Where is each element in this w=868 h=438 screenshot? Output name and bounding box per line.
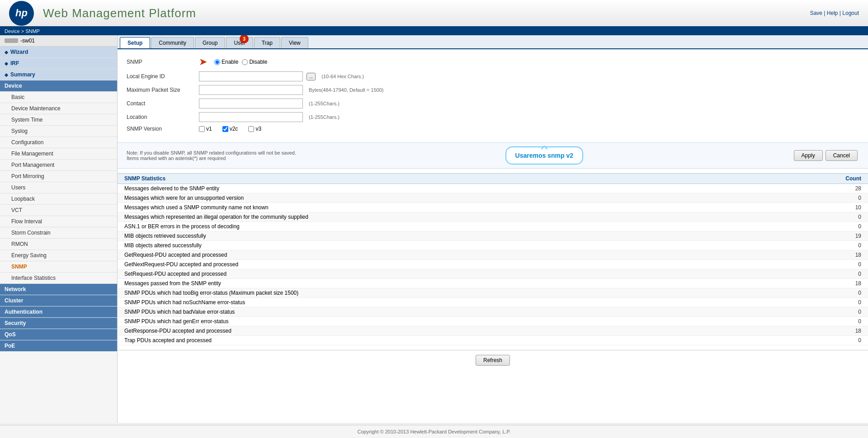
max-packet-hint: Bytes(484-17940, Default = 1500) [309, 87, 383, 93]
table-row: GetNextRequest-PDU accepted and processe… [118, 260, 868, 269]
footer: Copyright © 2010-2013 Hewlett-Packard De… [0, 425, 868, 438]
stats-count: 18 [839, 280, 861, 287]
stats-count-label: Count [845, 175, 861, 182]
v1-checkbox[interactable] [199, 126, 205, 132]
sidebar-item-rmon[interactable]: RMON [0, 239, 117, 250]
stats-desc: SNMP PDUs which had noSuchName error-sta… [124, 299, 245, 306]
sidebar-item-irf[interactable]: IRF [0, 58, 117, 69]
stats-desc: MIB objects altered successfully [124, 242, 202, 249]
sidebar-item-loopback[interactable]: Loopback [0, 193, 117, 205]
enable-radio[interactable] [214, 59, 220, 65]
tab-view[interactable]: View [281, 37, 308, 48]
sidebar-item-port-mirroring[interactable]: Port Mirroring [0, 171, 117, 182]
sidebar-item-syslog[interactable]: Syslog [0, 126, 117, 137]
sidebar-item-storm-constrain[interactable]: Storm Constrain [0, 227, 117, 239]
header: hp Web Management Platform Save | Help |… [0, 0, 868, 27]
v3-label[interactable]: v3 [248, 126, 261, 132]
logout-link[interactable]: Logout [842, 10, 859, 16]
v2c-checkbox[interactable] [222, 126, 228, 132]
location-control: IDC (1-255Chars.) [199, 112, 340, 122]
table-row: SNMP PDUs which had badValue error-statu… [118, 307, 868, 317]
table-row: GetRequest-PDU accepted and processed18 [118, 250, 868, 260]
v2c-label[interactable]: v2c [222, 126, 238, 132]
sidebar-item-authentication[interactable]: Authentication [0, 306, 117, 318]
sidebar-item-poe[interactable]: PoE [0, 340, 117, 352]
save-link[interactable]: Save [810, 10, 822, 16]
disable-radio[interactable] [242, 59, 248, 65]
table-row: Trap PDUs accepted and processed0 [118, 336, 868, 345]
engine-id-label: Local Engine ID [127, 73, 199, 80]
location-input[interactable]: IDC [199, 112, 303, 122]
stats-desc: GetResponse-PDU accepted and processed [124, 328, 231, 334]
sidebar-item-device[interactable]: Device [0, 80, 117, 92]
sidebar-item-basic[interactable]: Basic [0, 92, 117, 103]
stats-desc: Messages delivered to the SNMP entity [124, 185, 219, 192]
sidebar-item-security[interactable]: Security [0, 318, 117, 329]
sidebar-item-vct[interactable]: VCT [0, 205, 117, 216]
sidebar-item-file-management[interactable]: File Management [0, 148, 117, 160]
sidebar-item-network[interactable]: Network [0, 284, 117, 295]
location-label: Location [127, 114, 199, 120]
stats-desc: Messages which represented an illegal op… [124, 214, 308, 220]
stats-desc: ASN.1 or BER errors in the process of de… [124, 223, 240, 230]
sidebar-item-qos[interactable]: QoS [0, 329, 117, 340]
note-line1: Note: If you disable SNMP, all SNMP rela… [127, 150, 296, 155]
tab-setup[interactable]: Setup [120, 37, 150, 48]
table-row: SNMP PDUs which had noSuchName error-sta… [118, 298, 868, 307]
sidebar-item-snmp[interactable]: SNMP [0, 261, 117, 273]
engine-id-row: Local Engine ID 800063A203D07E28D13A97 .… [127, 71, 859, 81]
table-row: Messages which represented an illegal op… [118, 212, 868, 222]
apply-button[interactable]: Apply [794, 150, 823, 161]
content-area: 3 Setup Community Group User Trap View S… [118, 35, 868, 423]
tab-community[interactable]: Community [151, 37, 194, 48]
contact-label: Contact [127, 100, 199, 107]
stats-desc: GetNextRequest-PDU accepted and processe… [124, 261, 238, 268]
v1-label[interactable]: v1 [199, 126, 212, 132]
tab-trap[interactable]: Trap [254, 37, 280, 48]
sidebar-item-interface-statistics[interactable]: Interface Statistics [0, 273, 117, 284]
refresh-button[interactable]: Refresh [476, 355, 510, 366]
stats-desc: MIB objects retrieved successfully [124, 233, 206, 239]
v3-checkbox[interactable] [248, 126, 254, 132]
enable-label[interactable]: Enable [214, 59, 238, 65]
version-label: SNMP Version [127, 126, 199, 132]
sidebar-item-configuration[interactable]: Configuration [0, 137, 117, 148]
stats-count: 28 [839, 185, 861, 192]
engine-id-button[interactable]: ... [307, 73, 316, 80]
engine-id-input[interactable]: 800063A203D07E28D13A97 [199, 71, 303, 81]
sidebar-item-port-management[interactable]: Port Management [0, 160, 117, 171]
speech-bubble-text: Usaremos snmp v2 [515, 152, 573, 159]
stats-count: 0 [839, 242, 861, 249]
sidebar-item-energy-saving[interactable]: Energy Saving [0, 250, 117, 261]
contact-row: Contact (1-255Chars.) [127, 99, 859, 108]
engine-id-control: 800063A203D07E28D13A97 ... (10-64 Hex Ch… [199, 71, 364, 81]
sidebar-item-users[interactable]: Users [0, 182, 117, 193]
cancel-button[interactable]: Cancel [826, 150, 858, 161]
note-section: Note: If you disable SNMP, all SNMP rela… [118, 142, 868, 169]
table-row: SNMP PDUs which had genErr error-status0 [118, 317, 868, 326]
sidebar-item-device-maintenance[interactable]: Device Maintenance [0, 103, 117, 114]
sidebar-item-wizard[interactable]: Wizard [0, 47, 117, 58]
sidebar-item-cluster[interactable]: Cluster [0, 295, 117, 306]
sidebar-item-system-time[interactable]: System Time [0, 114, 117, 126]
sidebar-item-summary[interactable]: Summary [0, 69, 117, 80]
contact-input[interactable] [199, 99, 303, 108]
help-link[interactable]: Help [827, 10, 838, 16]
stats-header: SNMP Statistics Count [118, 173, 868, 184]
table-row: SetRequest-PDU accepted and processed0 [118, 269, 868, 279]
stats-count: 0 [839, 195, 861, 201]
stats-count: 0 [839, 309, 861, 315]
sidebar-item-flow-interval[interactable]: Flow Interval [0, 216, 117, 227]
stats-count: 0 [839, 299, 861, 306]
breadcrumb: Device > SNMP [5, 28, 40, 34]
disable-label[interactable]: Disable [242, 59, 267, 65]
max-packet-input[interactable]: 1500 [199, 85, 303, 95]
stats-count: 18 [839, 252, 861, 258]
tab-group[interactable]: Group [195, 37, 225, 48]
stats-desc: SNMP PDUs which had tooBig error-status … [124, 290, 298, 296]
max-packet-control: 1500 Bytes(484-17940, Default = 1500) [199, 85, 383, 95]
footer-text: Copyright © 2010-2013 Hewlett-Packard De… [357, 429, 510, 434]
speech-bubble: Usaremos snmp v2 [505, 146, 583, 165]
top-right-links[interactable]: Save | Help | Logout [810, 10, 859, 16]
logo-text: hp [15, 7, 28, 19]
